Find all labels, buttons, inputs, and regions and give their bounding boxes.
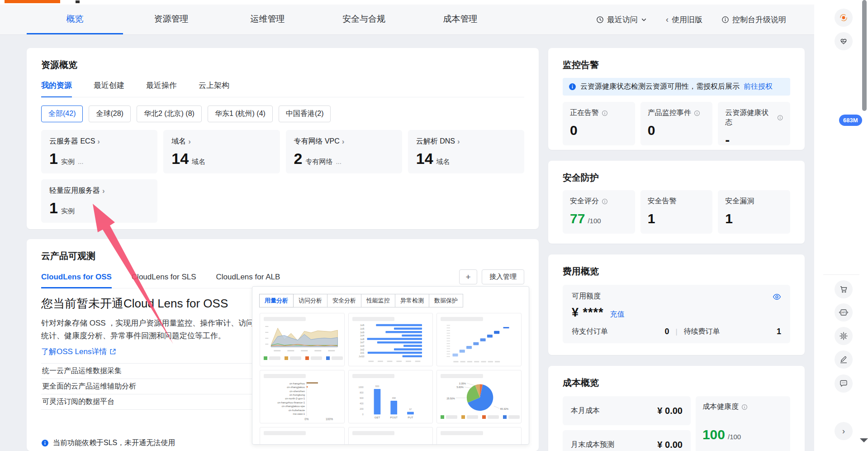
filter-all[interactable]: 全部(42) <box>41 106 83 122</box>
chevron-right-icon: › <box>102 187 105 195</box>
add-cloudlens-button[interactable]: + <box>459 269 477 284</box>
resource-card-domain[interactable]: 域名› 14域名 <box>163 130 280 173</box>
month-cost-row[interactable]: 本月成本 ¥ 0.00 <box>563 396 691 425</box>
resource-card-swas[interactable]: 轻量应用服务器› 1实例 <box>41 179 157 223</box>
svg-text:3.35%: 3.35% <box>459 382 466 385</box>
stat-value: - <box>725 132 783 148</box>
access-management-button[interactable]: 接入管理 <box>482 269 524 284</box>
tab-resource-management[interactable]: 资源管理 <box>123 5 219 34</box>
cost-overview-card: 成本概览 本月成本 ¥ 0.00 月末成本预测 ¥ 0.00 成本健康度 100… <box>548 366 805 451</box>
stat-vulnerabilities[interactable]: 安全漏洞 1 <box>718 190 790 234</box>
orange-swirl-icon <box>839 13 849 23</box>
toggle-amount-visibility-button[interactable] <box>773 293 781 301</box>
tab-overview[interactable]: 概览 <box>27 5 123 34</box>
tab-cost-management[interactable]: 成本管理 <box>412 5 508 34</box>
tab-recently-created[interactable]: 最近创建 <box>94 80 124 97</box>
health-check-button[interactable] <box>835 32 853 50</box>
promo-button[interactable] <box>835 9 853 27</box>
use-old-version-link[interactable]: ‹ 使用旧版 <box>666 14 702 25</box>
svg-text:5.83%: 5.83% <box>457 386 464 389</box>
chat-support-button[interactable] <box>835 374 853 393</box>
gear-icon <box>839 331 848 341</box>
feedback-button[interactable] <box>835 350 853 369</box>
settings-button[interactable] <box>835 327 853 345</box>
tab-cloud-architecture[interactable]: 云上架构 <box>199 80 229 97</box>
forecast-cost-label: 月末成本预测 <box>571 440 614 450</box>
security-protection-card: 安全防护 安全评分 77/100 安全告警 1 安全漏洞 1 <box>548 161 805 244</box>
chart-title-placeholder <box>264 374 306 378</box>
scroll-down-arrow[interactable] <box>860 438 868 446</box>
svg-text:200: 200 <box>360 408 364 410</box>
filter-global[interactable]: 全球(28) <box>89 106 130 122</box>
tab-cloudlens-alb[interactable]: CloudLens for ALB <box>216 273 280 288</box>
svg-text:Jul10: Jul10 <box>359 355 365 358</box>
console-upgrade-note-link[interactable]: 控制台升级说明 <box>721 14 786 25</box>
preview-tab-anomaly: 异常检测 <box>395 294 429 307</box>
chart-title-placeholder <box>264 317 306 321</box>
data-usage-badge[interactable]: 683M <box>839 115 862 126</box>
stat-value: 0 <box>570 123 628 138</box>
resource-card-vpc[interactable]: 专有网络 VPC› 2专有网络... <box>286 130 402 173</box>
stat-security-alerts[interactable]: 安全告警 1 <box>640 190 713 234</box>
chart-legend <box>441 415 517 419</box>
svg-text:cn-hangzhou: cn-hangzhou <box>289 382 305 385</box>
resource-overview-title: 资源概览 <box>41 59 524 71</box>
svg-text:Jul3: Jul3 <box>360 345 365 347</box>
mini-chart-partial <box>436 427 522 445</box>
api-button[interactable]: API <box>835 303 853 321</box>
use-old-version-label: 使用旧版 <box>672 14 702 25</box>
resource-card-ecs[interactable]: 云服务器 ECS› 1实例... <box>41 130 157 173</box>
resource-card-dns[interactable]: 云解析 DNS› 14域名 <box>408 130 524 173</box>
tab-recent-actions[interactable]: 最近操作 <box>146 80 177 97</box>
tab-security-compliance[interactable]: 安全与合规 <box>316 5 412 34</box>
stat-resource-health[interactable]: 云资源健康状态 - <box>718 102 790 145</box>
chevron-right-icon: › <box>842 427 845 435</box>
feature-list: 统一云产品运维数据采集 更全面的云产品运维辅助分析 可灵活订阅的数据平台 <box>41 363 255 410</box>
chevron-down-icon <box>641 17 647 23</box>
resource-card-value: 1 <box>49 150 58 168</box>
month-cost-label: 本月成本 <box>571 406 600 416</box>
recording-indicator-dot <box>76 0 80 3</box>
recharge-link[interactable]: 充值 <box>610 310 625 319</box>
tab-cloudlens-oss[interactable]: CloudLens for OSS <box>41 273 112 288</box>
tab-cloudlens-sls[interactable]: CloudLens for SLS <box>132 273 196 288</box>
resource-card-value: 14 <box>171 150 189 168</box>
mini-chart-partial <box>348 427 433 445</box>
oss-lens-detail-link[interactable]: 了解OSS Lens详情 <box>41 346 116 357</box>
stat-product-events[interactable]: 产品监控事件 0 <box>640 102 713 145</box>
ai-assistant-button[interactable] <box>835 399 853 417</box>
cart-button[interactable] <box>835 280 853 298</box>
tab-my-resources[interactable]: 我的资源 <box>41 80 72 97</box>
go-authorize-link[interactable]: 前往授权 <box>744 82 773 91</box>
cloudlens-description: 针对对象存储 OSS ，实现用户资源用量监控、操作审计、访问统计、健康度分析、异… <box>41 317 255 342</box>
recording-indicator <box>5 0 60 3</box>
resource-card-unit: 域名 <box>192 158 205 166</box>
filter-hongkong[interactable]: 中国香港(2) <box>279 106 331 122</box>
svg-text:400: 400 <box>360 402 364 405</box>
filter-hangzhou[interactable]: 华东1 (杭州) (4) <box>208 106 273 122</box>
tab-ops-management[interactable]: 运维管理 <box>219 5 316 34</box>
mini-chart-area <box>260 313 345 366</box>
pending-payment-value: 0 <box>664 327 669 336</box>
filter-beijing[interactable]: 华北2 (北京) (8) <box>137 106 202 122</box>
stat-denominator: /100 <box>588 217 601 225</box>
scrollbar-thumb[interactable] <box>862 0 867 111</box>
stat-label: 安全评分 <box>570 197 599 206</box>
cost-health-box[interactable]: 成本健康度 100/100 <box>696 396 790 451</box>
right-utility-rail: 683M API <box>814 0 868 451</box>
info-filled-icon <box>569 83 576 91</box>
chat-icon <box>839 379 848 388</box>
authorization-banner: 云资源健康状态检测云资源可用性，需授权后展示 前往授权 <box>563 78 790 96</box>
stat-security-score[interactable]: 安全评分 77/100 <box>563 190 635 234</box>
cost-health-value: 100 <box>702 427 725 442</box>
chevron-right-icon: › <box>457 138 460 145</box>
stat-active-alerts[interactable]: 正在告警 0 <box>563 102 635 145</box>
aliyun-console-page: 概览 资源管理 运维管理 安全与合规 成本管理 最近访问 ‹ 使用旧版 控制台升… <box>0 0 868 451</box>
svg-text:0%: 0% <box>304 417 309 421</box>
collapse-rail-button[interactable]: › <box>835 422 853 440</box>
forecast-cost-row[interactable]: 月末成本预测 ¥ 0.00 <box>563 430 691 451</box>
resource-overview-card: 资源概览 我的资源 最近创建 最近操作 云上架构 全部(42) 全球(28) 华… <box>27 48 539 229</box>
billing-title: 费用概览 <box>563 265 790 278</box>
recent-visit-menu[interactable]: 最近访问 <box>596 14 647 25</box>
mini-chart-partial <box>260 427 345 445</box>
